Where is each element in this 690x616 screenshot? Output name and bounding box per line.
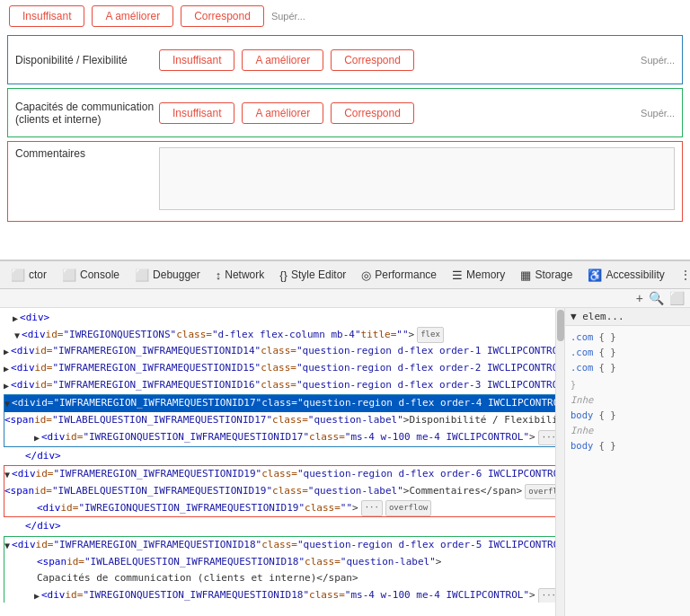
attr-val-id-12: "IWREGIONQUESTION_IWFRAMEQUESTIONID19": [78, 500, 305, 517]
style-editor-icon: {}: [279, 268, 288, 282]
xml-line-15[interactable]: <span id="IWLABELQUESTION_IWFRAMEQUESTIO…: [4, 554, 560, 571]
inspector-icon: ⬜: [11, 268, 25, 282]
toggle-5[interactable]: ▶: [4, 378, 9, 393]
toolbar-debugger[interactable]: ⬜ Debugger: [128, 261, 208, 288]
attr-id-5: id=: [35, 377, 53, 394]
buttons-capacites: Insuffisant A améliorer Correspond: [159, 102, 641, 124]
commentaires-label: Commentaires: [15, 147, 159, 160]
attr-id-10: id=: [36, 466, 54, 483]
performance-icon: ◎: [361, 268, 371, 282]
toggle-10[interactable]: ▼: [4, 467, 10, 482]
css-rule-3: .com { }: [571, 360, 685, 375]
attr-id-6: id=: [36, 395, 54, 412]
toolbar-memory-label: Memory: [466, 268, 505, 281]
section-commentaires: Commentaires: [7, 141, 683, 222]
attr-val-id-11: "IWLABELQUESTION_IWFRAMEQUESTIONID19": [52, 483, 272, 500]
attr-val-3: "IWFRAMEREGION_IWFRAMEQUESTIONID14": [52, 343, 261, 360]
css-separator-1: }: [571, 378, 685, 392]
xml-line-13[interactable]: </div>: [4, 518, 561, 535]
xml-line-5[interactable]: ▶ <div id="IWFRAMEREGION_IWFRAMEQUESTION…: [4, 377, 561, 394]
attr-id-3: id=: [35, 343, 53, 360]
toolbar-style-editor-label: Style Editor: [291, 268, 346, 281]
xml-line-9[interactable]: </div>: [4, 448, 561, 465]
toolbar-accessibility[interactable]: ♿ Accessibility: [580, 261, 672, 288]
btn-ameliorer-capacites[interactable]: A améliorer: [242, 102, 323, 124]
tag-11: <span: [4, 483, 34, 500]
attr-val-id-14: "IWFRAMEREGION_IWFRAMEQUESTIONID18": [53, 537, 261, 554]
css-inh-2: Inhe: [571, 423, 685, 438]
red-block: ▼ <div id="IWFRAMEREGION_IWFRAMEQUESTION…: [4, 465, 561, 517]
attr-id-2: id=: [46, 327, 64, 344]
toggle-8[interactable]: ▶: [34, 430, 40, 445]
xml-line-4[interactable]: ▶ <div id="IWFRAMEREGION_IWFRAMEQUESTION…: [4, 360, 561, 377]
toolbar-network[interactable]: ↕ Network: [208, 261, 273, 288]
btn-insuffisant-disponibilite[interactable]: Insuffisant: [159, 49, 234, 71]
xml-line-3[interactable]: ▶ <div id="IWFRAMEREGION_IWFRAMEQUESTION…: [4, 343, 561, 360]
xml-line-11[interactable]: <span id="IWLABELQUESTION_IWFRAMEQUESTIO…: [4, 483, 560, 500]
btn-ameliorer-top[interactable]: A améliorer: [92, 5, 173, 27]
btn-correspond-capacites[interactable]: Correspond: [331, 102, 414, 124]
attr-val-id-7: "IWLABELQUESTION_IWFRAMEQUESTIONID17": [52, 412, 272, 429]
xml-line-2[interactable]: ▼ <div id="IWREGIONQUESTIONS" class="d-f…: [4, 327, 561, 344]
attr-id-14: id=: [36, 537, 54, 554]
attr-val-id-15: "IWLABELQUESTION_IWFRAMEQUESTIONID18": [84, 554, 305, 571]
btn-correspond-top[interactable]: Correspond: [181, 5, 264, 27]
toggle-2[interactable]: ▼: [14, 328, 20, 343]
xml-line-6[interactable]: ▼ <div id="IWFRAMEREGION_IWFRAMEQUESTION…: [4, 395, 560, 412]
scrollbar-thumb[interactable]: [557, 310, 564, 341]
scrollbar[interactable]: [555, 308, 564, 616]
xml-line-7[interactable]: <span id="IWLABELQUESTION_IWFRAMEQUESTIO…: [4, 412, 560, 429]
toggle-6[interactable]: ▼: [4, 396, 10, 411]
xml-line-1[interactable]: ▶ <div>: [4, 310, 561, 327]
super-label-top: Supér...: [271, 11, 305, 22]
inspector-actions-bar: + 🔍 ⬜: [0, 289, 690, 308]
tag-6: <div: [12, 395, 36, 412]
toolbar-inspector[interactable]: ⬜ ctor: [4, 261, 55, 288]
toolbar-style-editor[interactable]: {} Style Editor: [272, 261, 354, 288]
accessibility-icon: ♿: [588, 268, 602, 282]
css-rules-panel: ▼ elem... .com { } .com { } .com { } } I…: [564, 308, 690, 616]
toolbar-storage[interactable]: ▦ Storage: [513, 261, 580, 288]
xml-line-14[interactable]: ▼ <div id="IWFRAMEREGION_IWFRAMEQUESTION…: [4, 537, 560, 554]
add-element-icon[interactable]: +: [636, 291, 643, 305]
attr-class-12: class=: [305, 500, 341, 517]
tag-14: <div: [12, 537, 36, 554]
badge-overflow-12: overflow: [385, 500, 431, 515]
xml-line-16[interactable]: Capacités de communication (clients et i…: [4, 570, 560, 587]
xml-line-8[interactable]: ▶ <div id="IWREGIONQUESTION_IWFRAMEQUEST…: [4, 429, 560, 446]
toolbar-memory[interactable]: ☰ Memory: [445, 261, 513, 288]
layout-icon[interactable]: ⬜: [669, 291, 685, 305]
attr-val-class-15: "question-label": [341, 554, 436, 571]
attr-val-class-3: "question-region d-flex order-1 IWCLIPCO…: [296, 343, 564, 360]
xml-line-10[interactable]: ▼ <div id="IWFRAMEREGION_IWFRAMEQUESTION…: [4, 466, 560, 483]
btn-insuffisant-top[interactable]: Insuffisant: [9, 5, 84, 27]
toggle-4[interactable]: ▶: [4, 361, 9, 376]
section-disponibilite: Disponibilité / Flexibilité Insuffisant …: [7, 35, 683, 84]
toggle-3[interactable]: ▶: [4, 344, 9, 359]
toolbar-accessibility-label: Accessibility: [606, 268, 664, 281]
attr-id-7: id=: [34, 412, 52, 429]
text-16: Capacités de communication (clients et i…: [37, 570, 358, 587]
xml-line-12[interactable]: <div id="IWREGIONQUESTION_IWFRAMEQUESTIO…: [4, 500, 560, 517]
css-prop-1: .com: [571, 331, 593, 342]
btn-ameliorer-disponibilite[interactable]: A améliorer: [242, 49, 323, 71]
toolbar-performance[interactable]: ◎ Performance: [354, 261, 445, 288]
toggle-14[interactable]: ▼: [4, 538, 10, 553]
toolbar-console[interactable]: ⬜ Console: [55, 261, 128, 288]
badge-flex-2: flex: [417, 327, 444, 342]
toggle-1[interactable]: ▶: [13, 311, 18, 326]
super-label-capacites: Supér...: [641, 108, 675, 119]
badge-dots-12: ···: [361, 500, 383, 515]
btn-insuffisant-capacites[interactable]: Insuffisant: [159, 102, 234, 124]
attr-id-17: id=: [66, 587, 84, 603]
xml-line-17[interactable]: ▶ <div id="IWREGIONQUESTION_IWFRAMEQUEST…: [4, 587, 560, 603]
toggle-17[interactable]: ▶: [34, 588, 40, 603]
css-rule-2: .com { }: [571, 345, 685, 360]
toolbar-console-label: Console: [80, 268, 119, 281]
attr-class-14: class=: [261, 537, 297, 554]
attr-class-11: class=: [272, 483, 308, 500]
inspector-body: ▶ <div> ▼ <div id="IWREGIONQUESTIONS" cl…: [0, 308, 564, 603]
btn-correspond-disponibilite[interactable]: Correspond: [331, 49, 414, 71]
search-inspector-icon[interactable]: 🔍: [649, 291, 664, 305]
toolbar-more[interactable]: ⋮⋮: [673, 261, 690, 288]
